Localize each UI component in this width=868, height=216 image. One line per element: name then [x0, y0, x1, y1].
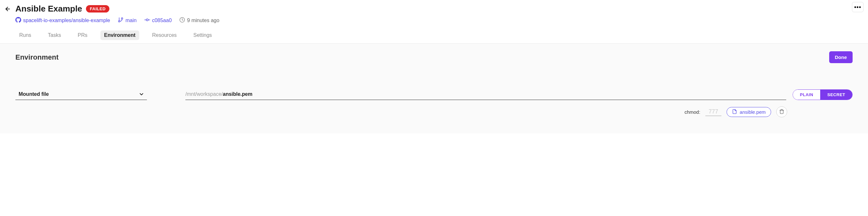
chmod-label: chmod: [684, 109, 700, 115]
visibility-toggle: PLAIN SECRET [793, 89, 852, 100]
timestamp-text: 9 minutes ago [187, 17, 219, 24]
path-prefix: /mnt/workspace/ [185, 91, 223, 97]
file-icon [732, 109, 737, 115]
commit-icon [144, 17, 150, 24]
file-chip-name: ansible.pem [740, 109, 766, 115]
tab-environment[interactable]: Environment [100, 30, 140, 40]
back-arrow[interactable] [4, 6, 11, 13]
page-title: Ansible Example [16, 4, 82, 14]
trash-icon [779, 109, 784, 115]
path-input[interactable]: /mnt/workspace/ansible.pem [185, 89, 786, 100]
repo-link[interactable]: spacelift-io-examples/ansible-example [16, 17, 110, 24]
branch-link[interactable]: main [118, 17, 137, 24]
timestamp: 9 minutes ago [179, 17, 219, 24]
tab-prs[interactable]: PRs [74, 30, 91, 40]
tab-settings[interactable]: Settings [190, 30, 216, 40]
status-badge: FAILED [86, 5, 110, 12]
type-select[interactable]: Mounted file [16, 89, 147, 100]
github-icon [16, 17, 21, 24]
tab-tasks[interactable]: Tasks [44, 30, 65, 40]
commit-hash: c085aa0 [152, 17, 172, 24]
repo-name: spacelift-io-examples/ansible-example [23, 17, 110, 24]
toggle-secret[interactable]: SECRET [820, 90, 852, 100]
tab-runs[interactable]: Runs [16, 30, 35, 40]
chmod-input[interactable] [705, 108, 721, 116]
commit-link[interactable]: c085aa0 [144, 17, 172, 24]
svg-point-4 [146, 19, 148, 21]
done-button[interactable]: Done [829, 51, 853, 63]
delete-button[interactable] [776, 106, 787, 117]
branch-name: main [125, 17, 137, 24]
type-select-wrapper[interactable]: Mounted file [16, 89, 147, 100]
clock-icon [179, 17, 185, 24]
section-title: Environment [16, 53, 58, 62]
toggle-plain[interactable]: PLAIN [793, 90, 820, 100]
path-filename: ansible.pem [223, 91, 252, 97]
branch-icon [118, 17, 124, 24]
tab-resources[interactable]: Resources [148, 30, 180, 40]
file-chip[interactable]: ansible.pem [726, 107, 771, 117]
more-options-button[interactable]: ••• [852, 2, 864, 12]
tabs: Runs Tasks PRs Environment Resources Set… [16, 30, 852, 40]
